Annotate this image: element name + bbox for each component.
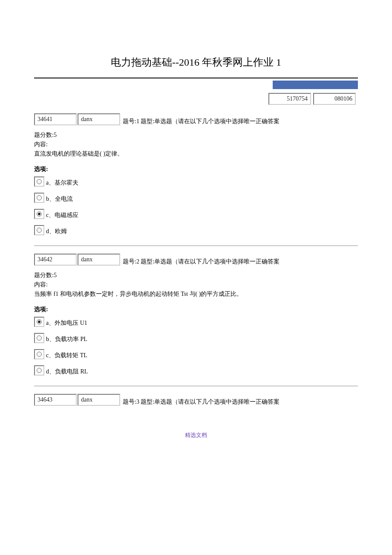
q1-opt-a-text: a、基尔霍夫 [46, 179, 78, 187]
q2-header: 题号:2 题型:单选题（请在以下几个选项中选择唯一正确答案 [123, 258, 349, 266]
q2-option-a[interactable]: a、外加电压 U1 [34, 317, 358, 327]
q3-type[interactable]: danx [78, 394, 120, 406]
radio-icon[interactable] [34, 176, 44, 187]
q1-opt-b-text: b、全电流 [46, 195, 73, 203]
top-input-2[interactable]: 080106 [313, 93, 356, 105]
q2-opts-label: 选项: [34, 306, 358, 313]
q2-option-b[interactable]: b、负载功率 PL [34, 333, 358, 343]
q1-header: 题号:1 题型:单选题（请在以下几个选项中选择唯一正确答案 [123, 118, 349, 125]
radio-icon[interactable] [34, 193, 44, 203]
radio-icon[interactable] [34, 209, 44, 219]
q3-id[interactable]: 34643 [34, 394, 77, 406]
radio-icon[interactable] [34, 333, 44, 343]
q1-type[interactable]: danx [78, 113, 120, 125]
q1-opt-c-text: c、电磁感应 [46, 211, 78, 219]
q2-id[interactable]: 34642 [34, 254, 77, 266]
blue-bar [273, 81, 358, 89]
q2-id-row: 34642 danx 题号:2 题型:单选题（请在以下几个选项中选择唯一正确答案 [34, 254, 358, 266]
radio-icon[interactable] [34, 365, 44, 376]
top-id-row: 5170754 080106 [34, 93, 358, 105]
q1-id-row: 34641 danx 题号:1 题型:单选题（请在以下几个选项中选择唯一正确答案 [34, 113, 358, 125]
q1-option-d[interactable]: d、欧姆 [34, 225, 358, 235]
q1-option-a[interactable]: a、基尔霍夫 [34, 176, 358, 187]
page-footer: 精选文档 [34, 431, 358, 439]
q3-id-row: 34643 danx 题号:3 题型:单选题（请在以下几个选项中选择唯一正确答案 [34, 394, 358, 406]
q2-option-c[interactable]: c、负载转矩 TL [34, 349, 358, 359]
page-title: 电力拖动基础--2016 年秋季网上作业 1 [34, 55, 358, 69]
q1-option-c[interactable]: c、电磁感应 [34, 209, 358, 219]
q1-divider [34, 246, 358, 246]
q3-header: 题号:3 题型:单选题（请在以下几个选项中选择唯一正确答案 [123, 398, 349, 406]
q2-content: 当频率 f1 和电动机参数一定时，异步电动机的起动转矩 Tst 与( )的平方成… [34, 290, 358, 298]
q1-opts-label: 选项: [34, 165, 358, 173]
header-divider [34, 78, 358, 78]
q2-content-label: 内容: [34, 281, 358, 289]
q2-divider [34, 386, 358, 386]
q1-content-label: 内容: [34, 141, 358, 148]
radio-icon[interactable] [34, 349, 44, 359]
q2-score: 题分数:5 [34, 272, 358, 279]
q1-score: 题分数:5 [34, 131, 358, 139]
q2-opt-c-text: c、负载转矩 TL [46, 352, 87, 359]
q2-opt-a-text: a、外加电压 U1 [46, 319, 87, 327]
q2-opt-d-text: d、负载电阻 RL [46, 368, 88, 376]
radio-icon[interactable] [34, 317, 44, 327]
q1-option-b[interactable]: b、全电流 [34, 193, 358, 203]
q1-id[interactable]: 34641 [34, 113, 77, 125]
q2-opt-b-text: b、负载功率 PL [46, 335, 87, 343]
radio-icon[interactable] [34, 225, 44, 235]
q1-opt-d-text: d、欧姆 [46, 228, 67, 235]
q2-option-d[interactable]: d、负载电阻 RL [34, 365, 358, 376]
q1-content: 直流发电机的理论基础是( )定律。 [34, 150, 358, 158]
top-input-1[interactable]: 5170754 [268, 93, 311, 105]
q2-type[interactable]: danx [78, 254, 120, 266]
